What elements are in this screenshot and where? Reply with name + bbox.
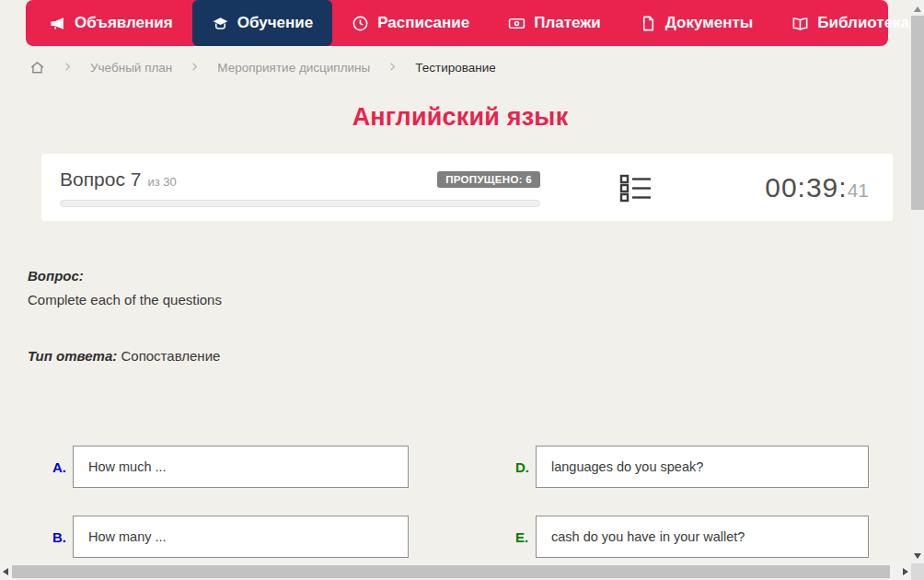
question-counter: Вопрос 7из 30 bbox=[60, 168, 177, 191]
tab-payments[interactable]: Платежи bbox=[489, 0, 620, 46]
cash-icon bbox=[508, 15, 526, 32]
breadcrumb-curriculum[interactable]: Учебный план bbox=[90, 61, 172, 75]
tab-label: Библиотека bbox=[817, 14, 909, 32]
match-letter-e: E. bbox=[504, 529, 536, 545]
question-label: Вопрос: bbox=[28, 268, 222, 284]
match-item-a: A. How much ... bbox=[41, 446, 409, 488]
tab-label: Расписание bbox=[377, 14, 469, 32]
home-icon[interactable] bbox=[29, 60, 45, 75]
question-progress-block: Вопрос 7из 30 ПРОПУЩЕНО: 6 bbox=[60, 168, 540, 207]
match-letter-b: B. bbox=[41, 529, 73, 545]
match-box-a[interactable]: How much ... bbox=[73, 446, 409, 488]
tab-learning[interactable]: Обучение bbox=[192, 0, 332, 46]
scrollbar-corner bbox=[911, 563, 924, 580]
tab-library[interactable]: Библиотека bbox=[772, 0, 924, 46]
match-box-b[interactable]: How many ... bbox=[73, 516, 409, 558]
top-navbar: Объявления Обучение Расписание Платежи Д… bbox=[26, 0, 888, 46]
tab-label: Объявления bbox=[75, 14, 173, 32]
horizontal-scrollbar[interactable] bbox=[0, 563, 911, 580]
tab-announcements[interactable]: Объявления bbox=[29, 0, 192, 46]
tab-label: Обучение bbox=[237, 14, 313, 32]
tab-label: Документы bbox=[665, 14, 754, 32]
breadcrumb-testing: Тестирование bbox=[415, 61, 496, 75]
megaphone-icon bbox=[49, 15, 66, 32]
timer-hours-minutes: 00:39: bbox=[765, 172, 847, 203]
scroll-up-arrow-icon[interactable] bbox=[914, 6, 921, 12]
tab-schedule[interactable]: Расписание bbox=[332, 0, 489, 46]
match-letter-d: D. bbox=[504, 459, 536, 475]
match-box-e[interactable]: cash do you have in your wallet? bbox=[536, 516, 869, 558]
answer-type-value: Сопоставление bbox=[121, 348, 220, 364]
question-total: из 30 bbox=[147, 175, 176, 189]
chevron-right-icon bbox=[190, 61, 200, 75]
vertical-scrollbar-thumb[interactable] bbox=[911, 16, 924, 210]
tab-documents[interactable]: Документы bbox=[620, 0, 773, 46]
scroll-down-arrow-icon[interactable] bbox=[914, 553, 921, 559]
graduation-cap-icon bbox=[212, 15, 229, 32]
answer-type-label: Тип ответа: bbox=[28, 348, 117, 364]
timer-seconds: 41 bbox=[848, 180, 869, 201]
breadcrumb: Учебный план Мероприятие дисциплины Тест… bbox=[29, 58, 496, 76]
page-title: Английский язык bbox=[0, 103, 920, 132]
match-item-e: E. cash do you have in your wallet? bbox=[504, 516, 869, 558]
progress-bar bbox=[60, 200, 540, 207]
match-letter-a: A. bbox=[41, 459, 73, 475]
question-list-icon[interactable] bbox=[618, 172, 653, 203]
question-body: Вопрос: Complete each of the questions Т… bbox=[28, 268, 222, 364]
timer: 00:39:41 bbox=[765, 172, 869, 203]
chevron-right-icon bbox=[387, 61, 398, 75]
clock-icon bbox=[352, 15, 369, 32]
match-item-d: D. languages do you speak? bbox=[504, 446, 869, 488]
chevron-right-icon bbox=[63, 61, 73, 75]
scroll-right-arrow-icon[interactable] bbox=[903, 568, 908, 575]
horizontal-scrollbar-thumb[interactable] bbox=[12, 565, 890, 578]
question-text: Complete each of the questions bbox=[28, 292, 222, 307]
question-number: Вопрос 7 bbox=[60, 168, 141, 190]
tab-label: Платежи bbox=[534, 14, 601, 32]
vertical-scrollbar[interactable] bbox=[911, 0, 924, 563]
skipped-badge: ПРОПУЩЕНО: 6 bbox=[437, 171, 540, 188]
match-item-b: B. How many ... bbox=[41, 516, 409, 558]
match-box-d[interactable]: languages do you speak? bbox=[536, 446, 869, 488]
document-icon bbox=[640, 15, 657, 32]
scroll-left-arrow-icon[interactable] bbox=[3, 568, 8, 575]
book-icon bbox=[791, 15, 809, 32]
breadcrumb-discipline-event[interactable]: Мероприятие дисциплины bbox=[217, 61, 370, 75]
question-card: Вопрос 7из 30 ПРОПУЩЕНО: 6 00:39:41 bbox=[41, 154, 893, 221]
